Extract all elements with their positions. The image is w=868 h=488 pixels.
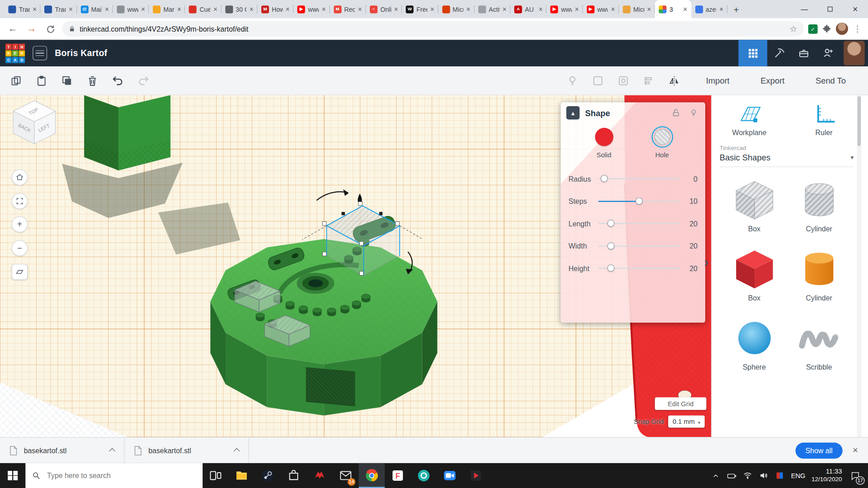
download-expand-chevron-icon[interactable] <box>234 448 240 455</box>
tab-close-icon[interactable]: × <box>575 5 579 13</box>
slider-handle[interactable] <box>607 265 614 272</box>
mirror-button[interactable] <box>665 71 684 90</box>
workplane-view-button[interactable] <box>12 264 28 280</box>
browser-tab[interactable]: azer × <box>691 0 727 18</box>
browser-tab[interactable]: ▶ www × <box>583 0 619 18</box>
tab-close-icon[interactable]: × <box>177 5 181 13</box>
lock-shape-icon[interactable] <box>670 107 682 119</box>
zoom-out-button[interactable]: − <box>12 240 28 256</box>
panel-collapse-button[interactable]: ▲ <box>566 106 580 119</box>
snap-grid-dropdown[interactable]: 0.1 mm ▴ <box>668 416 705 428</box>
tab-close-icon[interactable]: × <box>286 5 290 13</box>
undo-button[interactable] <box>108 71 127 90</box>
slider-handle[interactable] <box>607 220 614 227</box>
browser-menu-icon[interactable]: ⋮ <box>853 24 863 34</box>
slider-track[interactable] <box>599 175 680 183</box>
shape-thumbnail[interactable] <box>731 315 777 361</box>
browser-tab[interactable]: @ Mail × <box>77 0 113 18</box>
taskbar-app-photos[interactable]: 14 <box>333 463 359 488</box>
fit-view-button[interactable] <box>12 193 28 209</box>
solid-swatch[interactable] <box>595 128 613 146</box>
shape-gallery-item[interactable]: Cylinder <box>787 177 851 233</box>
browser-tab[interactable]: ▶ www × <box>293 0 330 18</box>
back-button[interactable]: ← <box>5 22 20 36</box>
shape-thumbnail[interactable] <box>796 177 841 222</box>
browser-tab[interactable]: Activ × <box>474 0 510 18</box>
tray-expand-chevron-icon[interactable] <box>711 470 721 480</box>
tab-close-icon[interactable]: × <box>719 5 723 13</box>
user-avatar[interactable] <box>844 41 865 66</box>
window-minimize-button[interactable]: — <box>792 0 817 18</box>
tab-close-icon[interactable]: × <box>611 5 615 13</box>
import-button[interactable]: Import <box>703 75 733 86</box>
action-center-button[interactable]: 17 <box>848 469 863 483</box>
shape-thumbnail[interactable] <box>731 177 777 222</box>
tab-close-icon[interactable]: × <box>213 5 217 13</box>
browser-tab[interactable]: Mari × <box>149 0 185 18</box>
tab-close-icon[interactable]: × <box>538 5 542 13</box>
browser-tab[interactable]: 3 × <box>655 0 691 18</box>
shape-gallery-item[interactable]: Scribble <box>787 315 851 371</box>
send-to-button[interactable]: Send To <box>812 75 849 86</box>
download-expand-chevron-icon[interactable] <box>109 448 115 455</box>
download-item[interactable]: basekartof.stl <box>125 438 250 463</box>
forward-button[interactable]: → <box>24 22 39 36</box>
shape-gallery-item[interactable]: Box <box>722 246 787 302</box>
tab-close-icon[interactable]: × <box>394 5 398 13</box>
taskbar-app-filmora[interactable]: F <box>385 463 411 488</box>
show-all-lightbulb-button[interactable] <box>563 71 582 90</box>
tab-close-icon[interactable]: × <box>250 5 254 13</box>
taskbar-app-media-app[interactable] <box>463 463 489 488</box>
show-all-downloads-button[interactable]: Show all <box>795 442 842 459</box>
design-title[interactable]: Boris Kartof <box>55 48 107 58</box>
paste-button[interactable] <box>32 71 51 90</box>
visibility-lightbulb-icon[interactable] <box>688 107 700 119</box>
hole-option[interactable]: Hole <box>642 128 682 159</box>
tab-close-icon[interactable]: × <box>33 5 37 13</box>
browser-tab[interactable]: A AU 2 × <box>510 0 547 18</box>
color-app-tray-icon[interactable] <box>775 470 785 480</box>
shape-gallery-item[interactable]: Box <box>722 177 787 233</box>
home-view-button[interactable] <box>12 169 28 186</box>
taskbar-app-chrome[interactable] <box>359 463 385 488</box>
search-input[interactable] <box>46 471 196 480</box>
export-button[interactable]: Export <box>757 75 788 86</box>
tinkercad-logo[interactable]: TINKERCAD <box>5 43 25 63</box>
address-bar-input[interactable]: tinkercad.com/things/4V2zArSWy9m-boris-k… <box>62 21 804 37</box>
language-indicator[interactable]: ENG <box>791 472 806 479</box>
taskbar-clock[interactable]: 11:33 12/10/2020 <box>811 468 842 483</box>
shape-gallery-item[interactable]: Cylinder <box>787 246 851 302</box>
browser-tab[interactable]: Micr × <box>438 0 474 18</box>
copy-button[interactable] <box>7 71 26 90</box>
slider-handle[interactable] <box>636 197 643 205</box>
tab-close-icon[interactable]: × <box>683 5 687 13</box>
battery-icon[interactable] <box>727 470 737 480</box>
taskbar-app-teal-app[interactable] <box>411 463 437 488</box>
ruler-tool[interactable]: Ruler <box>787 103 861 137</box>
delete-button[interactable] <box>83 71 102 90</box>
tab-close-icon[interactable]: × <box>141 5 145 13</box>
profile-avatar[interactable] <box>836 23 848 35</box>
slider-track[interactable] <box>599 220 680 227</box>
invite-user-icon[interactable] <box>816 40 840 66</box>
tab-close-icon[interactable]: × <box>466 5 470 13</box>
browser-tab[interactable]: M How × <box>257 0 293 18</box>
tab-close-icon[interactable]: × <box>358 5 362 13</box>
browser-tab[interactable]: W Free × <box>402 0 438 18</box>
window-maximize-button[interactable] <box>817 0 842 18</box>
sidebar-scrollbar[interactable] <box>857 95 862 437</box>
extensions-puzzle-icon[interactable] <box>822 24 831 33</box>
slider-handle[interactable] <box>600 175 608 182</box>
browser-tab[interactable]: Cuer × <box>185 0 222 18</box>
reload-button[interactable] <box>43 22 58 36</box>
hole-selected-ring[interactable] <box>651 126 673 148</box>
zoom-in-button[interactable]: + <box>12 216 28 233</box>
solid-option[interactable]: Solid <box>584 128 624 159</box>
tab-close-icon[interactable]: × <box>502 5 506 13</box>
duplicate-button[interactable] <box>57 71 76 90</box>
taskbar-app-file-explorer[interactable] <box>229 463 255 488</box>
tab-close-icon[interactable]: × <box>69 5 73 13</box>
edit-grid-button[interactable]: Edit Grid <box>655 397 707 410</box>
workplane-tool[interactable]: Workplane <box>712 103 787 137</box>
browser-tab[interactable]: Micr × <box>619 0 655 18</box>
